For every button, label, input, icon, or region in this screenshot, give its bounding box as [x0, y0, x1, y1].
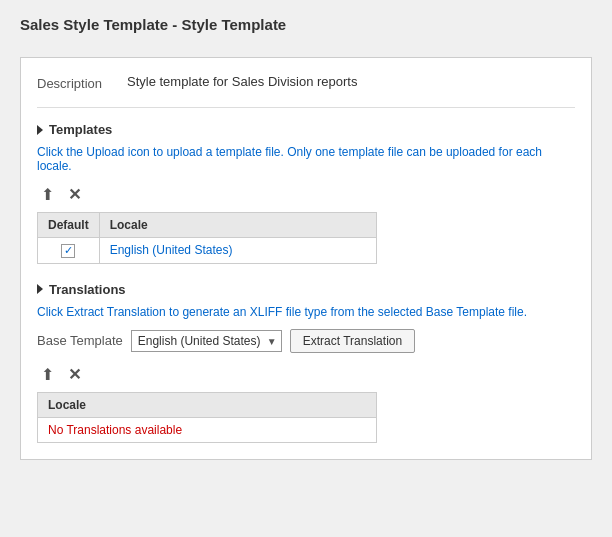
upload-icon: ⬆ [41, 185, 54, 204]
upload-button[interactable]: ⬆ [37, 183, 58, 206]
extract-translation-button[interactable]: Extract Translation [290, 329, 415, 353]
templates-table: Default Locale English (United States) [37, 212, 377, 264]
translations-delete-icon: ✕ [68, 365, 81, 384]
description-row: Description Style template for Sales Div… [37, 74, 575, 91]
templates-toolbar: ⬆ ✕ [37, 183, 575, 206]
templates-collapse-icon[interactable] [37, 125, 43, 135]
default-checkbox[interactable] [61, 244, 75, 258]
templates-section-header: Templates [37, 122, 575, 137]
translations-section: Translations Click Extract Translation t… [37, 282, 575, 443]
templates-info-text: Click the Upload icon to upload a templa… [37, 145, 575, 173]
no-translations-cell: No Translations available [38, 417, 377, 442]
locale-cell: English (United States) [99, 238, 376, 264]
translations-section-title: Translations [49, 282, 126, 297]
locale-link[interactable]: English (United States) [110, 243, 233, 257]
templates-section-title: Templates [49, 122, 112, 137]
page-title: Sales Style Template - Style Template [20, 16, 592, 41]
table-row: English (United States) [38, 238, 377, 264]
no-translations-text: No Translations available [48, 423, 182, 437]
no-translations-row: No Translations available [38, 417, 377, 442]
default-column-header: Default [38, 213, 100, 238]
description-label: Description [37, 74, 127, 91]
locale-column-header: Locale [99, 213, 376, 238]
translations-upload-button[interactable]: ⬆ [37, 363, 58, 386]
translations-info-text: Click Extract Translation to generate an… [37, 305, 575, 319]
translations-section-header: Translations [37, 282, 575, 297]
base-template-row: Base Template English (United States) ▼ … [37, 329, 575, 353]
page-container: Sales Style Template - Style Template De… [0, 0, 612, 476]
translations-header-row: Locale [38, 392, 377, 417]
delete-button[interactable]: ✕ [64, 183, 85, 206]
templates-table-header-row: Default Locale [38, 213, 377, 238]
translations-collapse-icon[interactable] [37, 284, 43, 294]
translations-delete-button[interactable]: ✕ [64, 363, 85, 386]
base-template-select-wrapper: English (United States) ▼ [131, 330, 282, 352]
translations-locale-column-header: Locale [38, 392, 377, 417]
base-template-select[interactable]: English (United States) [131, 330, 282, 352]
main-content: Description Style template for Sales Div… [20, 57, 592, 460]
translations-upload-icon: ⬆ [41, 365, 54, 384]
delete-icon: ✕ [68, 185, 81, 204]
base-template-label: Base Template [37, 333, 123, 348]
translations-toolbar: ⬆ ✕ [37, 363, 575, 386]
section-divider [37, 107, 575, 108]
translations-table: Locale No Translations available [37, 392, 377, 443]
default-cell [38, 238, 100, 264]
description-value: Style template for Sales Division report… [127, 74, 357, 89]
